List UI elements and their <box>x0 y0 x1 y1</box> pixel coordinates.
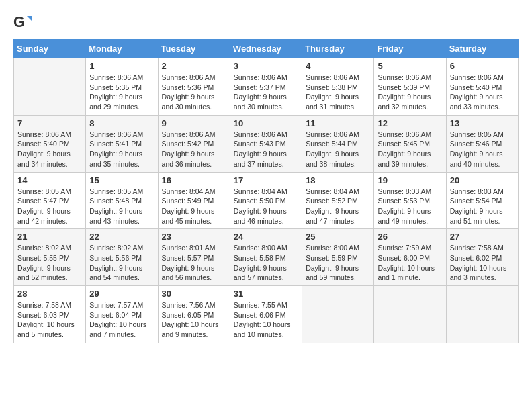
sunset: Sunset: 5:40 PM <box>450 83 502 91</box>
sunrise: Sunrise: 8:04 AM <box>306 187 359 195</box>
sunset: Sunset: 5:57 PM <box>162 254 214 262</box>
daylight: Daylight: 9 hours and 34 minutes. <box>17 150 71 168</box>
day-number: 4 <box>306 61 370 71</box>
day-info: Sunrise: 8:01 AM Sunset: 5:57 PM Dayligh… <box>162 243 226 283</box>
calendar-cell: 12 Sunrise: 8:06 AM Sunset: 5:45 PM Dayl… <box>374 115 446 172</box>
sunset: Sunset: 5:46 PM <box>450 140 502 148</box>
sunset: Sunset: 5:36 PM <box>162 83 214 91</box>
weekday-header-saturday: Saturday <box>446 40 518 58</box>
day-info: Sunrise: 8:06 AM Sunset: 5:39 PM Dayligh… <box>378 73 442 112</box>
day-number: 31 <box>234 289 298 299</box>
day-info: Sunrise: 8:06 AM Sunset: 5:43 PM Dayligh… <box>234 130 298 169</box>
day-info: Sunrise: 8:06 AM Sunset: 5:37 PM Dayligh… <box>234 73 298 112</box>
calendar-cell: 5 Sunrise: 8:06 AM Sunset: 5:39 PM Dayli… <box>374 58 446 116</box>
daylight: Daylight: 9 hours and 47 minutes. <box>306 207 359 225</box>
weekday-header-row: SundayMondayTuesdayWednesdayThursdayFrid… <box>14 40 519 58</box>
calendar-cell: 28 Sunrise: 7:58 AM Sunset: 6:03 PM Dayl… <box>14 286 86 343</box>
logo-icon: G <box>13 13 32 32</box>
daylight: Daylight: 9 hours and 43 minutes. <box>89 207 142 225</box>
weekday-header-sunday: Sunday <box>14 40 86 58</box>
day-info: Sunrise: 8:03 AM Sunset: 5:53 PM Dayligh… <box>378 187 442 226</box>
day-info: Sunrise: 7:59 AM Sunset: 6:00 PM Dayligh… <box>378 243 442 283</box>
weekday-header-monday: Monday <box>86 40 158 58</box>
day-info: Sunrise: 7:57 AM Sunset: 6:04 PM Dayligh… <box>89 300 154 340</box>
day-number: 11 <box>306 118 370 128</box>
daylight: Daylight: 9 hours and 29 minutes. <box>89 93 142 111</box>
day-number: 28 <box>17 289 82 299</box>
week-row-2: 7 Sunrise: 8:06 AM Sunset: 5:40 PM Dayli… <box>14 115 519 172</box>
calendar-cell: 11 Sunrise: 8:06 AM Sunset: 5:44 PM Dayl… <box>302 115 374 172</box>
sunrise: Sunrise: 8:05 AM <box>17 187 71 195</box>
sunrise: Sunrise: 8:06 AM <box>89 73 143 81</box>
day-number: 22 <box>89 232 154 242</box>
day-info: Sunrise: 8:03 AM Sunset: 5:54 PM Dayligh… <box>450 187 515 226</box>
sunset: Sunset: 5:45 PM <box>378 140 430 148</box>
sunrise: Sunrise: 8:04 AM <box>234 187 287 195</box>
day-number: 21 <box>17 232 82 242</box>
day-info: Sunrise: 8:06 AM Sunset: 5:42 PM Dayligh… <box>162 130 226 169</box>
calendar-cell <box>14 58 86 116</box>
day-info: Sunrise: 8:06 AM Sunset: 5:36 PM Dayligh… <box>162 73 226 112</box>
calendar-cell: 29 Sunrise: 7:57 AM Sunset: 6:04 PM Dayl… <box>86 286 158 343</box>
weekday-header-thursday: Thursday <box>302 40 374 58</box>
week-row-3: 14 Sunrise: 8:05 AM Sunset: 5:47 PM Dayl… <box>14 172 519 229</box>
sunrise: Sunrise: 8:05 AM <box>450 130 504 138</box>
day-info: Sunrise: 8:06 AM Sunset: 5:45 PM Dayligh… <box>378 130 442 169</box>
daylight: Daylight: 10 hours and 5 minutes. <box>17 320 75 338</box>
day-info: Sunrise: 7:55 AM Sunset: 6:06 PM Dayligh… <box>234 300 298 340</box>
sunset: Sunset: 5:42 PM <box>162 140 214 148</box>
day-number: 24 <box>234 232 298 242</box>
sunrise: Sunrise: 8:05 AM <box>89 187 143 195</box>
calendar-cell: 1 Sunrise: 8:06 AM Sunset: 5:35 PM Dayli… <box>86 58 158 116</box>
sunrise: Sunrise: 8:06 AM <box>306 130 359 138</box>
daylight: Daylight: 9 hours and 56 minutes. <box>162 264 215 282</box>
sunset: Sunset: 5:58 PM <box>234 254 286 262</box>
calendar-cell: 14 Sunrise: 8:05 AM Sunset: 5:47 PM Dayl… <box>14 172 86 229</box>
svg-text:G: G <box>13 13 25 30</box>
week-row-5: 28 Sunrise: 7:58 AM Sunset: 6:03 PM Dayl… <box>14 286 519 343</box>
sunrise: Sunrise: 8:01 AM <box>162 244 216 252</box>
calendar-cell: 18 Sunrise: 8:04 AM Sunset: 5:52 PM Dayl… <box>302 172 374 229</box>
day-info: Sunrise: 8:05 AM Sunset: 5:48 PM Dayligh… <box>89 187 154 226</box>
daylight: Daylight: 9 hours and 49 minutes. <box>378 207 431 225</box>
sunrise: Sunrise: 7:59 AM <box>378 244 431 252</box>
daylight: Daylight: 9 hours and 45 minutes. <box>162 207 215 225</box>
sunset: Sunset: 6:03 PM <box>17 311 70 319</box>
sunset: Sunset: 5:44 PM <box>306 140 358 148</box>
day-number: 15 <box>89 175 154 185</box>
week-row-4: 21 Sunrise: 8:02 AM Sunset: 5:55 PM Dayl… <box>14 229 519 286</box>
sunset: Sunset: 6:02 PM <box>450 254 502 262</box>
daylight: Daylight: 9 hours and 30 minutes. <box>234 93 287 111</box>
calendar-cell: 6 Sunrise: 8:06 AM Sunset: 5:40 PM Dayli… <box>446 58 518 116</box>
sunset: Sunset: 5:59 PM <box>306 254 358 262</box>
sunrise: Sunrise: 8:06 AM <box>162 130 216 138</box>
sunrise: Sunrise: 8:03 AM <box>378 187 431 195</box>
sunrise: Sunrise: 8:00 AM <box>306 244 359 252</box>
day-number: 26 <box>378 232 442 242</box>
calendar-cell: 21 Sunrise: 8:02 AM Sunset: 5:55 PM Dayl… <box>14 229 86 286</box>
sunset: Sunset: 5:50 PM <box>234 197 286 205</box>
daylight: Daylight: 10 hours and 3 minutes. <box>450 264 507 282</box>
calendar-cell <box>302 286 374 343</box>
daylight: Daylight: 9 hours and 33 minutes. <box>450 93 503 111</box>
day-info: Sunrise: 8:05 AM Sunset: 5:47 PM Dayligh… <box>17 187 82 226</box>
calendar-cell: 23 Sunrise: 8:01 AM Sunset: 5:57 PM Dayl… <box>158 229 230 286</box>
day-number: 20 <box>450 175 515 185</box>
day-info: Sunrise: 7:56 AM Sunset: 6:05 PM Dayligh… <box>162 300 226 340</box>
header: G <box>13 13 519 32</box>
calendar-cell: 4 Sunrise: 8:06 AM Sunset: 5:38 PM Dayli… <box>302 58 374 116</box>
day-number: 25 <box>306 232 370 242</box>
sunset: Sunset: 5:52 PM <box>306 197 358 205</box>
daylight: Daylight: 9 hours and 38 minutes. <box>306 150 359 168</box>
sunset: Sunset: 5:38 PM <box>306 83 358 91</box>
day-number: 12 <box>378 118 442 128</box>
calendar-cell: 31 Sunrise: 7:55 AM Sunset: 6:06 PM Dayl… <box>230 286 302 343</box>
calendar-cell: 9 Sunrise: 8:06 AM Sunset: 5:42 PM Dayli… <box>158 115 230 172</box>
weekday-header-tuesday: Tuesday <box>158 40 230 58</box>
day-info: Sunrise: 8:06 AM Sunset: 5:38 PM Dayligh… <box>306 73 370 112</box>
sunset: Sunset: 5:53 PM <box>378 197 430 205</box>
sunrise: Sunrise: 7:58 AM <box>450 244 504 252</box>
sunrise: Sunrise: 7:58 AM <box>17 301 71 309</box>
daylight: Daylight: 9 hours and 30 minutes. <box>162 93 215 111</box>
day-number: 27 <box>450 232 515 242</box>
